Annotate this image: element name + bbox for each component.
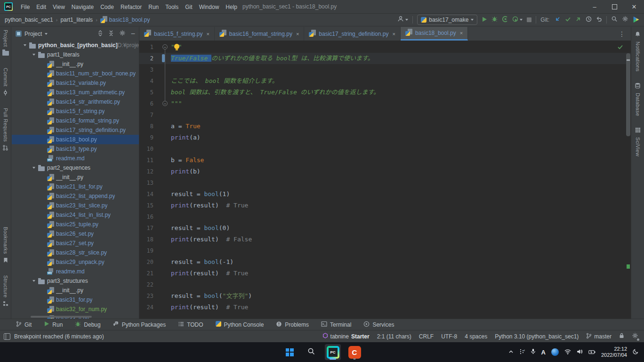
tree-item-basic24_list_in_list-py[interactable]: basic24_list_in_list.py: [12, 210, 139, 220]
sidebar-item-bookmarks[interactable]: Bookmarks: [3, 227, 8, 265]
tree-item-basic14_str_arithmetic-py[interactable]: basic14_str_arithmetic.py: [12, 97, 139, 107]
code-line-9[interactable]: 9print(a): [139, 132, 631, 143]
volume-icon[interactable]: [577, 348, 583, 356]
tree-item-__init__-py[interactable]: __init__.py: [12, 286, 139, 295]
close-tab-icon[interactable]: ×: [460, 30, 463, 36]
code-line-17[interactable]: 17result = bool(0): [139, 222, 631, 234]
line-separator-widget[interactable]: CRLF: [419, 333, 434, 340]
commit-button[interactable]: [565, 16, 571, 24]
tool-window-button-python-packages[interactable]: Python Packages: [113, 321, 166, 329]
project-panel-title[interactable]: Project: [24, 31, 42, 37]
tree-item-basic27_set-py[interactable]: basic27_set.py: [12, 239, 139, 248]
hide-panel-button[interactable]: −: [131, 30, 135, 38]
menu-run[interactable]: Run: [145, 4, 162, 10]
close-tab-icon[interactable]: ×: [296, 31, 299, 37]
tree-item-basic26_set-py[interactable]: basic26_set.py: [12, 229, 139, 239]
code-line-22[interactable]: 22: [139, 279, 631, 290]
tool-window-button-python-console[interactable]: Python Console: [216, 321, 264, 328]
breadcrumb-item[interactable]: basic18_bool.py: [100, 16, 150, 23]
caret-position-widget[interactable]: 2:1 (11 chars): [377, 333, 411, 340]
tree-item-basic25_tuple-py[interactable]: basic25_tuple.py: [12, 220, 139, 229]
sidebar-item-project[interactable]: Project: [2, 30, 9, 58]
editor-scrollbar[interactable]: [626, 53, 630, 136]
read-only-lock-icon[interactable]: [619, 333, 624, 340]
tree-item-basic32_for_num-py[interactable]: basic32_for_num.py: [12, 304, 139, 314]
stop-button[interactable]: [527, 17, 531, 22]
taskbar-pycharm-button[interactable]: PC: [325, 344, 341, 360]
tree-item-basic31_for-py[interactable]: basic31_for.py: [12, 295, 139, 304]
run-with-coverage-button[interactable]: [502, 16, 508, 24]
chevron-down-icon[interactable]: [45, 33, 48, 35]
menu-edit[interactable]: Edit: [33, 4, 49, 10]
restore-button[interactable]: [604, 0, 624, 13]
sidebar-item-database[interactable]: Database: [635, 82, 641, 116]
code-line-19[interactable]: 19: [139, 245, 631, 256]
tree-item-__init__-py[interactable]: __init__.py: [12, 173, 139, 182]
taskbar-search-button[interactable]: [303, 344, 319, 360]
tree-item-basic19_type-py[interactable]: basic19_type.py: [12, 144, 139, 154]
sidebar-item-sciview[interactable]: SciView: [635, 126, 641, 156]
tree-item-basic23_list_slice-py[interactable]: basic23_list_slice.py: [12, 201, 139, 210]
tool-window-button-problems[interactable]: Problems: [276, 321, 309, 329]
collapse-all-button[interactable]: [108, 30, 114, 38]
tree-item-python_basic_sec1[interactable]: python_basic_sec1 [python_basic] D:¥proj…: [12, 41, 139, 50]
menu-view[interactable]: View: [49, 4, 68, 10]
debug-button[interactable]: [491, 16, 498, 24]
sidebar-item-structure[interactable]: Structure: [3, 275, 8, 308]
tool-window-switcher-icon[interactable]: [4, 333, 10, 340]
run-configuration-select[interactable]: basic17_omake: [417, 15, 477, 25]
night-mode-icon[interactable]: [633, 348, 638, 356]
tree-item-part3_structures[interactable]: part3_structures: [12, 276, 139, 286]
tree-item-basic15_f_string-py[interactable]: basic15_f_string.py: [12, 107, 139, 116]
sidebar-item-pull-requests[interactable]: Pull Requests: [2, 108, 8, 153]
status-message[interactable]: Breakpoint reached (6 minutes ago): [14, 333, 104, 340]
profiler-button[interactable]: [512, 16, 523, 24]
search-everywhere-button[interactable]: [611, 16, 618, 24]
update-project-button[interactable]: [555, 16, 561, 24]
git-branch-widget[interactable]: master: [586, 333, 612, 340]
sidebar-item-notifications[interactable]: Notifications: [635, 31, 641, 72]
tree-item-basic17_string_definition-py[interactable]: basic17_string_definition.py: [12, 125, 139, 135]
code-line-4[interactable]: 4ここでは、 bool 関数を紹介します。: [139, 75, 631, 87]
tray-sync-icon[interactable]: z: [519, 348, 525, 356]
tool-window-button-services[interactable]: Services: [363, 321, 394, 329]
menu-window[interactable]: Window: [196, 4, 223, 10]
project-settings-button[interactable]: [119, 30, 126, 38]
history-button[interactable]: [586, 16, 592, 24]
menu-file[interactable]: File: [17, 4, 33, 10]
tree-item-__init__-py[interactable]: __init__.py: [12, 59, 139, 69]
run-button[interactable]: [482, 16, 487, 24]
code-line-16[interactable]: 16: [139, 211, 631, 222]
tree-chevron-icon[interactable]: [30, 167, 38, 169]
tree-chevron-icon[interactable]: [21, 44, 29, 46]
tool-window-button-todo[interactable]: TODO: [178, 321, 203, 329]
code-line-5[interactable]: 5bool 関数は、引数を渡すと、 True/False のいずれかの値を返しま…: [139, 87, 631, 98]
menu-git[interactable]: Git: [182, 4, 195, 10]
tree-item-basic11_num_str_bool_none-py[interactable]: basic11_num_str_bool_none.py: [12, 69, 139, 78]
plugin-icon[interactable]: [633, 16, 639, 23]
tree-item-readme-md[interactable]: MDreadme.md: [12, 154, 139, 163]
menu-code[interactable]: Code: [97, 4, 117, 10]
fold-start-icon[interactable]: −: [162, 44, 168, 49]
tabs-options-kebab-icon[interactable]: ⋮: [613, 27, 631, 41]
code-line-18[interactable]: 18print(result) # False: [139, 234, 631, 245]
code-line-3[interactable]: 3: [139, 64, 631, 75]
tree-item-basic28_str_slice-py[interactable]: basic28_str_slice.py: [12, 248, 139, 257]
editor-tab-basic16_format_string-py[interactable]: basic16_format_string.py×: [215, 27, 305, 41]
fold-end-icon[interactable]: −: [162, 101, 168, 106]
close-tab-icon[interactable]: ×: [392, 31, 395, 37]
tray-overflow-button[interactable]: [508, 348, 514, 356]
push-button[interactable]: [575, 16, 581, 24]
intention-bulb-icon[interactable]: [174, 44, 179, 49]
minimize-button[interactable]: –: [585, 0, 604, 13]
tree-chevron-icon[interactable]: [30, 280, 38, 282]
inspections-ok-icon[interactable]: [617, 43, 623, 52]
code-line-21[interactable]: 21print(result) # True: [139, 268, 631, 279]
editor-tab-basic18_bool-py[interactable]: basic18_bool.py×: [401, 27, 468, 41]
tree-item-basic13_num_arithmetic-py[interactable]: basic13_num_arithmetic.py: [12, 88, 139, 97]
wifi-icon[interactable]: [564, 348, 571, 356]
indent-widget[interactable]: 4 spaces: [465, 333, 487, 340]
code-line-15[interactable]: 15print(result) # True: [139, 200, 631, 211]
code-line-7[interactable]: 7: [139, 109, 631, 121]
tree-item-part2_sequences[interactable]: part2_sequences: [12, 163, 139, 173]
